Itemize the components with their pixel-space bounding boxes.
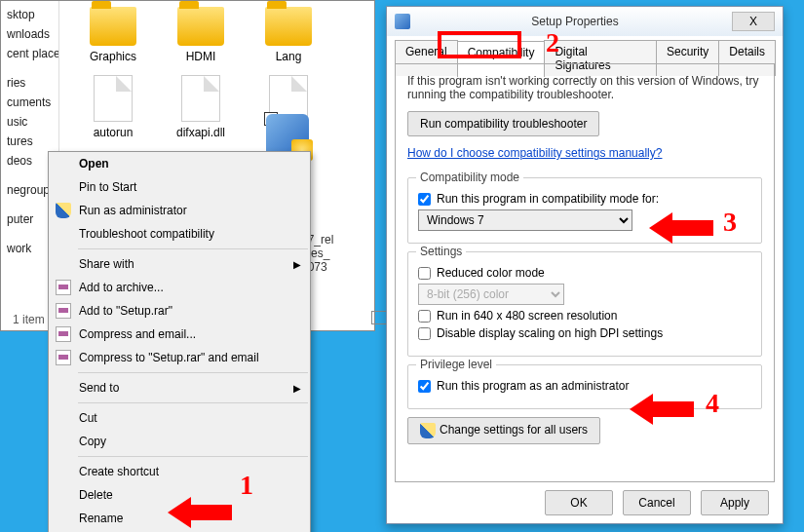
run-troubleshooter-button[interactable]: Run compatibility troubleshooter <box>407 111 599 136</box>
annotation-number-1: 1 <box>240 472 253 499</box>
shield-icon <box>420 423 436 438</box>
file-label: Lang <box>276 50 302 63</box>
help-link[interactable]: How do I choose compatibility settings m… <box>407 146 662 160</box>
group-title: Settings <box>416 245 466 258</box>
dpi-scaling-checkbox[interactable]: Disable display scaling on high DPI sett… <box>418 326 751 340</box>
archive-icon <box>56 350 71 365</box>
menu-add-archive[interactable]: Add to archive... <box>49 276 310 299</box>
folder-item[interactable]: HDMI <box>167 7 235 63</box>
file-label: difxapi.dll <box>176 126 225 139</box>
file-icon <box>181 75 220 122</box>
sidebar-item[interactable]: sktop <box>1 5 58 24</box>
cancel-button[interactable]: Cancel <box>623 490 691 515</box>
properties-dialog: Setup Properties X General Compatibility… <box>386 6 784 524</box>
submenu-arrow-icon: ▶ <box>293 259 301 270</box>
intro-text: If this program isn't working correctly … <box>407 74 762 101</box>
sidebar-item[interactable]: tures <box>1 132 58 151</box>
sidebar-item[interactable]: usic <box>1 112 58 132</box>
submenu-arrow-icon: ▶ <box>293 383 301 394</box>
folder-icon <box>90 7 136 46</box>
svg-marker-1 <box>630 394 694 425</box>
change-all-users-button[interactable]: Change settings for all users <box>407 417 600 444</box>
color-bits-select: 8-bit (256) color <box>418 284 564 305</box>
tab-panel: If this program isn't working correctly … <box>395 63 775 482</box>
ok-button[interactable]: OK <box>545 490 613 515</box>
compat-os-select[interactable]: Windows 7 <box>418 209 632 231</box>
svg-marker-0 <box>649 212 713 244</box>
archive-icon <box>56 280 71 295</box>
folder-icon <box>177 7 224 46</box>
annotation-number-4: 4 <box>706 390 719 417</box>
menu-compress-setup-email[interactable]: Compress to "Setup.rar" and email <box>49 346 310 369</box>
sidebar-item[interactable]: ries <box>1 73 58 93</box>
context-menu: Open Pin to Start Run as administrator T… <box>48 151 311 532</box>
menu-copy[interactable]: Copy <box>49 430 310 453</box>
menu-create-shortcut[interactable]: Create shortcut <box>49 460 310 483</box>
compat-mode-checkbox[interactable]: Run this program in compatibility mode f… <box>418 192 751 206</box>
menu-share-with[interactable]: Share with▶ <box>49 252 310 276</box>
sidebar-item[interactable]: wnloads <box>1 24 58 44</box>
dialog-title: Setup Properties <box>418 15 732 28</box>
annotation-arrow-4 <box>630 390 694 429</box>
run-as-admin-checkbox[interactable]: Run this program as an administrator <box>418 379 751 393</box>
menu-cut[interactable]: Cut <box>49 406 310 430</box>
close-button[interactable]: X <box>732 12 775 31</box>
folder-icon <box>265 7 312 46</box>
apply-button[interactable]: Apply <box>701 490 769 515</box>
sidebar-item[interactable]: cuments <box>1 93 58 112</box>
menu-add-rar[interactable]: Add to "Setup.rar" <box>49 299 310 323</box>
group-title: Compatibility mode <box>416 171 523 184</box>
file-label: autorun <box>94 126 134 139</box>
folder-item[interactable]: Graphics <box>79 7 147 63</box>
menu-compress-email[interactable]: Compress and email... <box>49 323 310 346</box>
annotation-number-3: 3 <box>723 209 737 236</box>
svg-marker-2 <box>168 497 232 528</box>
app-icon <box>395 14 410 29</box>
file-label: HDMI <box>186 50 216 63</box>
settings-group: Settings Reduced color mode 8-bit (256) … <box>407 251 762 357</box>
annotation-arrow-1 <box>168 493 232 532</box>
annotation-number-2: 2 <box>546 29 559 57</box>
item-count: 1 item <box>13 313 45 326</box>
archive-icon <box>56 303 71 319</box>
reduced-color-checkbox[interactable]: Reduced color mode <box>418 266 751 280</box>
dialog-footer: OK Cancel Apply <box>545 490 769 515</box>
file-icon <box>94 75 133 122</box>
file-item[interactable]: autorun <box>79 75 147 139</box>
annotation-arrow-3 <box>649 209 713 247</box>
menu-run-as-admin[interactable]: Run as administrator <box>49 199 310 222</box>
archive-icon <box>56 326 71 342</box>
group-title: Privilege level <box>416 358 496 371</box>
folder-item[interactable]: Lang <box>254 7 323 63</box>
file-label: Graphics <box>90 50 136 63</box>
shield-icon <box>56 203 71 218</box>
res-640-checkbox[interactable]: Run in 640 x 480 screen resolution <box>418 309 751 323</box>
menu-open[interactable]: Open <box>49 152 310 175</box>
sidebar-item[interactable]: cent places <box>1 44 58 63</box>
annotation-box-2 <box>438 31 521 58</box>
menu-send-to[interactable]: Send to▶ <box>49 376 310 399</box>
menu-pin-to-start[interactable]: Pin to Start <box>49 175 310 199</box>
menu-troubleshoot[interactable]: Troubleshoot compatibility <box>49 222 310 246</box>
file-item[interactable]: difxapi.dll <box>167 75 235 139</box>
